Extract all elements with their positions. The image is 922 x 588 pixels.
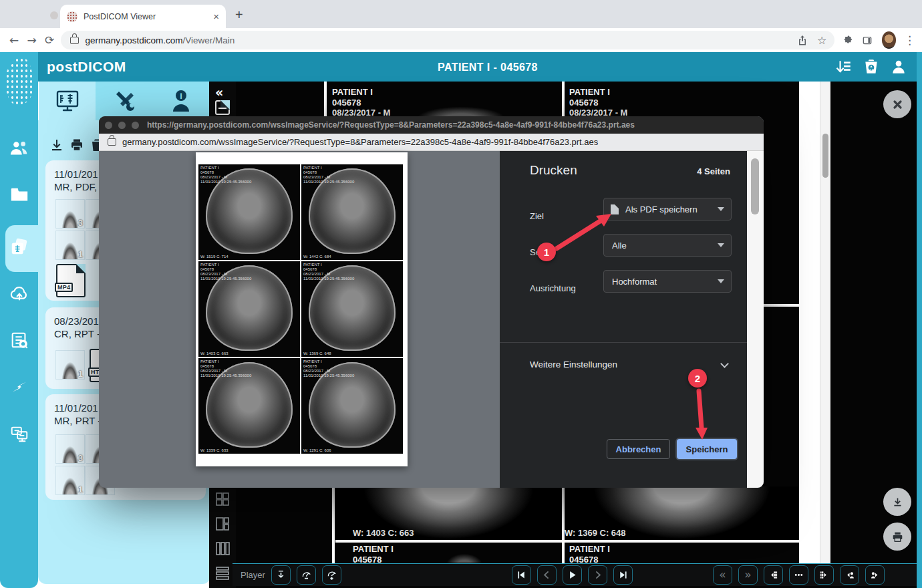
tab-patient-info[interactable]: i bbox=[152, 82, 209, 120]
bookmark-star-icon[interactable]: ☆ bbox=[817, 34, 826, 47]
close-viewer-button[interactable] bbox=[883, 90, 911, 118]
layout-rows-icon[interactable] bbox=[214, 565, 230, 581]
next-layout-button[interactable] bbox=[814, 565, 834, 585]
play-button[interactable] bbox=[563, 565, 582, 585]
player-bar: Player « » bbox=[233, 563, 917, 586]
preview-mri-cell: PATIENT I04567808/23/2017 - M11/01/2010 … bbox=[301, 261, 403, 357]
close-window-icon[interactable] bbox=[50, 11, 58, 19]
browser-menu-icon[interactable]: ⋮ bbox=[904, 33, 915, 47]
popup-url-text: germany.postdicom.com/wssImageService/?R… bbox=[122, 137, 598, 147]
back-icon[interactable]: ← bbox=[5, 33, 23, 47]
viewer-gutter bbox=[799, 82, 820, 563]
series-thumbnail[interactable]: 3 bbox=[55, 434, 85, 464]
more-settings-toggle[interactable]: Weitere Einstellungen bbox=[530, 359, 617, 370]
viewport-overlay: PATIENT I045678 bbox=[569, 544, 610, 565]
cine-faster-button[interactable] bbox=[322, 565, 341, 585]
layout-2x2-icon[interactable] bbox=[214, 491, 230, 507]
popup-titlebar[interactable]: https://germany.postdicom.com/wssImageSe… bbox=[99, 116, 764, 134]
pages-select[interactable]: Alle bbox=[603, 234, 732, 257]
tab-close-icon[interactable]: × bbox=[213, 11, 219, 21]
viewport-divider bbox=[764, 304, 799, 307]
chevron-down-icon bbox=[718, 243, 724, 247]
prev-series-button[interactable]: « bbox=[713, 565, 732, 585]
step-forward-button[interactable] bbox=[588, 565, 607, 585]
prev-patient-button[interactable] bbox=[840, 565, 859, 585]
share-icon[interactable] bbox=[797, 35, 808, 45]
cancel-button[interactable]: Abbrechen bbox=[607, 439, 670, 459]
popup-close-icon[interactable] bbox=[105, 122, 112, 129]
save-button[interactable]: Speichern bbox=[677, 439, 737, 459]
window-level-label: W: 1369 C: 648 bbox=[565, 528, 626, 538]
print-study-icon[interactable] bbox=[70, 138, 84, 152]
sidebar-item-query-icon[interactable] bbox=[9, 330, 29, 350]
browser-tab-strip: PostDICOM Viewer × + bbox=[0, 0, 922, 28]
app-sidebar bbox=[0, 52, 38, 588]
dialog-divider bbox=[500, 342, 747, 343]
sidebar-item-images-icon[interactable] bbox=[9, 237, 29, 257]
sort-icon[interactable] bbox=[835, 58, 853, 76]
player-label: Player bbox=[241, 570, 265, 580]
cine-slower-button[interactable] bbox=[297, 565, 316, 585]
next-series-button[interactable]: » bbox=[738, 565, 758, 585]
sidebar-item-upload-icon[interactable] bbox=[9, 283, 29, 303]
popup-minimize-icon[interactable] bbox=[118, 122, 126, 129]
profile-avatar[interactable] bbox=[882, 31, 897, 49]
lock-icon bbox=[70, 37, 79, 44]
forward-icon[interactable]: → bbox=[23, 33, 40, 47]
tab-tools[interactable] bbox=[96, 82, 152, 120]
more-options-button[interactable] bbox=[789, 565, 808, 585]
download-study-icon[interactable] bbox=[50, 138, 63, 152]
series-thumbnail[interactable]: 1 bbox=[55, 231, 85, 260]
step-back-button[interactable] bbox=[537, 565, 557, 585]
last-frame-button[interactable] bbox=[613, 565, 633, 585]
tab-favicon-icon bbox=[67, 11, 78, 22]
mp4-file-icon[interactable]: MP4 bbox=[56, 264, 86, 297]
address-bar[interactable]: germany.postdicom.com/Viewer/Main ☆ bbox=[61, 31, 834, 49]
cine-download-button[interactable] bbox=[271, 565, 291, 585]
screen: PostDICOM Viewer × + ← → ⟳ germany.postd… bbox=[0, 0, 922, 588]
browser-tab[interactable]: PostDICOM Viewer × bbox=[60, 5, 226, 28]
window-level-label: W: 1403 C: 663 bbox=[353, 528, 414, 538]
layout-split-icon[interactable] bbox=[214, 516, 230, 532]
tab-worklist[interactable] bbox=[39, 82, 96, 120]
reload-icon[interactable]: ⟳ bbox=[41, 33, 58, 47]
preview-mri-cell: PATIENT I04567808/23/2017 - M11/01/2010 … bbox=[198, 164, 300, 260]
side-panel-icon[interactable] bbox=[863, 35, 872, 46]
sidebar-item-share-icon[interactable] bbox=[9, 424, 29, 444]
preview-mri-cell: PATIENT I04567808/23/2017 - M11/01/2010 … bbox=[301, 164, 403, 260]
layout-columns-icon[interactable] bbox=[214, 541, 230, 557]
extensions-puzzle-icon[interactable] bbox=[844, 35, 853, 46]
series-thumbnail[interactable]: 1 bbox=[55, 466, 85, 495]
series-thumbnail[interactable]: 3 bbox=[55, 199, 85, 229]
chevron-down-icon[interactable] bbox=[720, 359, 729, 368]
info-person-icon: i bbox=[169, 89, 193, 113]
orientation-select[interactable]: Hochformat bbox=[603, 270, 732, 293]
prev-layout-button[interactable] bbox=[764, 565, 783, 585]
tab-title: PostDICOM Viewer bbox=[84, 12, 213, 21]
dialog-scrollbar-thumb[interactable] bbox=[751, 158, 759, 214]
recycle-bin-icon[interactable] bbox=[863, 58, 880, 76]
sidebar-item-folders-icon[interactable] bbox=[9, 185, 29, 205]
new-tab-button[interactable]: + bbox=[235, 8, 243, 21]
report-doc-icon[interactable] bbox=[215, 100, 230, 115]
sidebar-item-sync-icon[interactable] bbox=[9, 377, 29, 397]
popup-zoom-icon[interactable] bbox=[132, 122, 139, 129]
patient-title: PATIENT I - 045678 bbox=[267, 61, 708, 74]
print-dialog: Drucken 4 Seiten Ziel Als PDF speichern … bbox=[500, 151, 747, 488]
close-icon bbox=[893, 100, 903, 110]
collapse-panel-icon[interactable]: « bbox=[215, 85, 223, 100]
sidebar-item-patients-icon[interactable] bbox=[9, 138, 29, 158]
chevron-down-icon bbox=[718, 207, 724, 211]
window-level-label: W: 1291 C: 606 bbox=[303, 448, 331, 452]
viewer-scrollbar-thumb[interactable] bbox=[822, 134, 828, 178]
series-thumbnail[interactable]: 1 bbox=[55, 350, 85, 380]
print-preview-page: PATIENT I04567808/23/2017 - M11/01/2010 … bbox=[196, 152, 408, 466]
viewport-overlay: PATIENT I04567808/23/2017 - M bbox=[332, 87, 390, 118]
popup-address-bar[interactable]: germany.postdicom.com/wssImageService/?R… bbox=[99, 134, 764, 151]
destination-select[interactable]: Als PDF speichern bbox=[603, 198, 732, 220]
download-image-button[interactable] bbox=[883, 488, 911, 516]
next-patient-button[interactable] bbox=[865, 565, 885, 585]
first-frame-button[interactable] bbox=[512, 565, 531, 585]
account-person-icon[interactable] bbox=[890, 58, 907, 76]
print-image-button[interactable] bbox=[883, 523, 911, 551]
